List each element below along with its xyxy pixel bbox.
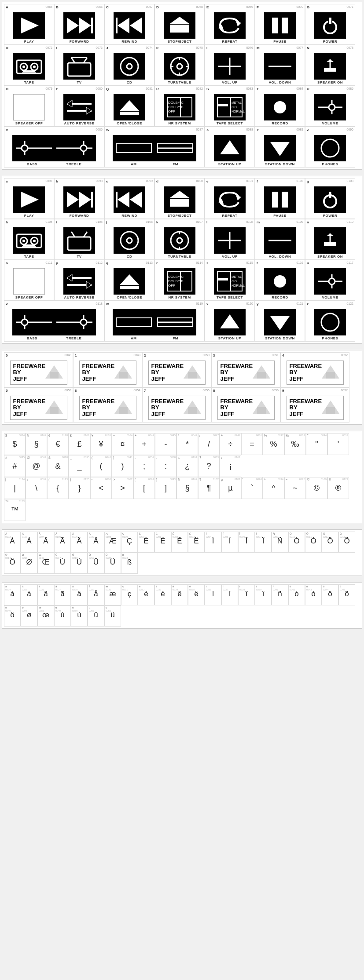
station-down-icon [264,135,296,161]
svg-text:C'O': C'O' [232,280,237,283]
cell-M: M 0077 VOL. DOWN [255,45,305,86]
cell-w: w 0119 AM FM [104,301,205,342]
acc-e-circ: ê0234ê [171,584,188,605]
acc-oe-lc: œ0156œ [37,605,54,627]
cell-Q: Q 0081 OPEN/CLOSE [104,86,154,127]
cd-icon-lc [114,227,145,254]
cell-D: D 0068 STOP/EJECT [154,4,205,45]
spec-permille: ‰0137‰ [284,433,306,455]
acc-U-acute: Ú0218Ú [71,553,88,574]
play-icon-lc [13,186,45,213]
num-cell-1: 1 0049 FREEWAREBYJEFF [73,352,142,387]
spec-registered: ®0174® [327,477,349,499]
acc-U-grave: Ù0217Ù [54,553,71,574]
tape-icon-lc [13,227,45,254]
svg-text:DOLBY C: DOLBY C [168,101,184,105]
play-icon [13,12,45,39]
acc-i-grave: ì0236ì [205,584,221,605]
acc-u-grave: ù0249ù [54,605,71,627]
acc-E-uml: Ë0203Ë [188,532,205,553]
cell-v: v 0118 BASS TREBLE [4,301,104,342]
svg-marker-72 [270,142,290,156]
acc-N-tilde: Ñ0209Ñ [272,532,288,553]
num-cell-5: 5 0053 FREEWAREBYJEFF [4,387,73,423]
cell-q: q 0113 OPEN/CLOSE [104,260,154,301]
acc-u-uml: ü0252ü [104,605,121,627]
acc-O-grave: Ò0210Ò [288,532,305,553]
svg-point-19 [22,66,25,68]
open-close-icon-lc [114,268,145,295]
freeware-text-8: FREEWAREBYJEFF [221,398,253,417]
spec-pound: £0163£ [69,433,90,455]
tape-select-icon: METAL C'O' NORMAL [214,94,246,120]
spec-currency: ¤0164¤ [112,433,133,455]
freeware-text-0: FREEWAREBYJEFF [13,363,46,382]
gap-2 [0,346,364,348]
nr-system-icon: DOLBY C DOLBY B OFF [164,94,195,120]
power-icon [314,12,346,39]
cell-X: X 0088 STATION UP [205,127,255,168]
cell-Y: Y 0089 STATION DOWN [255,127,305,168]
turntable-icon [164,53,195,80]
cd-icon [114,53,145,80]
svg-rect-137 [116,318,151,327]
uppercase-accent-section: .acc-cell { width:38px; min-height:48px;… [2,529,362,576]
tv-icon-lc [63,227,95,254]
acc-o-acute: ó0243ó [305,584,322,605]
spec-divide: ÷0247÷ [220,433,241,455]
svg-marker-0 [21,18,39,33]
svg-marker-1 [67,18,79,33]
bass-treble-icon [12,135,96,161]
row-2: H 0072 TAPE I 0073 [4,45,360,86]
acc-U-uml: Ü0220Ü [104,553,121,574]
svg-marker-43 [67,100,72,107]
svg-marker-75 [67,192,79,208]
svg-rect-7 [170,25,189,33]
cell-g: g 0103 POWER [305,178,355,219]
svg-rect-106 [324,242,336,246]
svg-marker-45 [120,100,139,111]
svg-marker-82 [170,191,189,198]
svg-rect-3 [91,18,93,33]
cell-J: J 0074 CD [104,45,154,86]
repeat-icon [214,12,246,39]
svg-point-93 [33,240,36,242]
spec-tick: '0096` [241,477,263,499]
repeat-icon-lc [214,186,246,213]
svg-marker-141 [270,316,290,330]
svg-line-95 [71,232,75,237]
svg-rect-152 [326,372,335,379]
spec-dquote: "0034" [306,433,327,455]
acc-ae-lc: æ0230æ [104,584,121,605]
spec-cparen: )0041) [112,455,133,477]
spec-question: ?0063? [198,455,220,477]
stop-eject-icon [164,12,195,39]
acc-o-circ: ô0244ô [322,584,338,605]
lowercase-accent-section: à0224à á0225á â0226â ã0227ã ä0228ä å0229… [2,582,362,629]
svg-marker-114 [120,274,139,285]
speaker-off-icon [13,94,45,120]
numbers-section: 0 0048 FREEWAREBYJEFF 1 0049 FREEWAREBYJ… [2,350,362,425]
svg-text:OFF: OFF [168,284,175,288]
acc-a-circ: â0226â [37,584,54,605]
acc-A-grave: À0192À [4,532,21,553]
lowercase-section: a 0097 PLAY b 0098 FORWARD c 0 [2,176,362,344]
cell-t: t 0116 RECORD [255,260,305,301]
la-row-1: à0224à á0225á â0226â ã0227ã ä0228ä å0229… [4,584,360,627]
num-cell-7: 7 0055 FREEWAREBYJEFF [142,387,211,423]
svg-rect-22 [68,63,91,76]
cell-B: B 0066 FORWARD [54,4,104,45]
svg-rect-146 [119,372,128,379]
acc-A-uml: Ä0196Ä [71,532,88,553]
svg-rect-12 [282,18,288,33]
svg-point-142 [321,313,339,331]
svg-line-24 [84,58,87,63]
acc-E-grave: È0200È [138,532,154,553]
cell-u: u 0117 VOLUME [305,260,355,301]
acc-OE: Œ0140Œ [37,553,54,574]
svg-rect-77 [91,192,93,208]
spec-colon: :0058: [155,455,176,477]
acc-e-grave: è0232è [138,584,154,605]
spec-cbrace: }0125} [69,477,90,499]
acc-O-circ: Ô0212Ô [322,532,338,553]
